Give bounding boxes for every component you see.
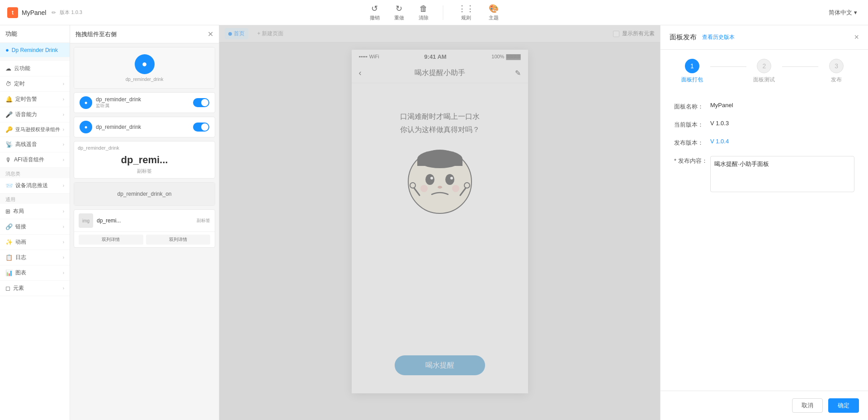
step-connector-1 <box>710 66 746 67</box>
toolbar-right: 简体中文 ▾ <box>825 7 861 19</box>
sidebar-item-alarm[interactable]: 🔔定时告警 › <box>0 92 70 107</box>
component-panel: 拖拽组件至右侧 ✕ ● dp_reminder_drink ● dp_remin… <box>70 25 219 420</box>
sidebar-item-afi[interactable]: 🎙AFI语音组件 › <box>0 152 70 168</box>
dp-reminder-icon: ● <box>5 47 9 53</box>
clear-icon: 🗑 <box>420 4 428 14</box>
general-divider: 通用 <box>0 193 70 204</box>
sidebar-item-dp-reminder[interactable]: ● Dp Reminder Drink <box>0 43 70 57</box>
step-pack-label: 面板打包 <box>681 76 703 84</box>
publish-panel: 面板发布 查看历史版本 × 1 面板打包 2 面板测试 <box>660 25 868 420</box>
theme-label: 主题 <box>489 14 499 21</box>
cancel-button[interactable]: 取消 <box>792 398 823 413</box>
step-connector-2 <box>782 66 818 67</box>
top-bar: t MyPanel ✏ 版本 1.0.3 ↺ 撤销 ↻ 重做 🗑 清除 ⋮⋮ 规… <box>0 0 868 25</box>
app-logo: t MyPanel ✏ 版本 1.0.3 <box>7 7 82 18</box>
sidebar-item-chart[interactable]: 📊图表 › <box>0 265 70 281</box>
comp-card-big[interactable]: dp_reminder_drink dp_remi... 副标签 <box>74 141 215 179</box>
step-publish: 3 发布 <box>818 59 854 84</box>
confirm-button[interactable]: 确定 <box>828 398 859 413</box>
sidebar-item-highline[interactable]: 📡高线遥音 › <box>0 137 70 152</box>
form-publish-version-label: 发布版本： <box>674 138 710 147</box>
toolbar: ↺ 撤销 ↻ 重做 🗑 清除 ⋮⋮ 规则 🎨 主题 <box>370 4 499 21</box>
sidebar-item-msg-push[interactable]: 📨设备消息推送 › <box>0 178 70 193</box>
comp-card-toggle2[interactable]: ● dp_reminder_drink <box>74 117 215 137</box>
comp-card-icon[interactable]: ● dp_reminder_drink <box>74 47 215 89</box>
publish-header: 面板发布 查看历史版本 × <box>660 25 868 50</box>
sidebar-item-element[interactable]: ◻元素 › <box>0 281 70 296</box>
sidebar-item-log[interactable]: 📋日志 › <box>0 250 70 265</box>
rules-icon: ⋮⋮ <box>458 4 474 14</box>
sidebar-header: 功能 <box>0 25 70 43</box>
msg-divider: 消息类 <box>0 168 70 178</box>
undo-button[interactable]: ↺ 撤销 <box>370 4 380 21</box>
step-publish-label: 发布 <box>831 76 842 84</box>
redo-button[interactable]: ↻ 重做 <box>394 4 404 21</box>
steps-bar: 1 面板打包 2 面板测试 3 发布 <box>660 50 868 93</box>
left-sidebar: 功能 ● Dp Reminder Drink ☁云功能 ⏱定时 › 🔔定时告警 … <box>0 25 70 420</box>
overlay <box>219 25 660 420</box>
comp-card-toggle1[interactable]: ● dp_reminder_drink 监听属 <box>74 92 215 113</box>
comp-card-row3[interactable]: img dp_remi... 副标签 双列详情 双列详情 <box>74 209 215 248</box>
component-panel-content: ● dp_reminder_drink ● dp_reminder_drink … <box>70 43 219 420</box>
step-pack-circle: 1 <box>685 59 699 73</box>
main-area: 功能 ● Dp Reminder Drink ☁云功能 ⏱定时 › 🔔定时告警 … <box>0 25 868 420</box>
redo-label: 重做 <box>394 14 404 21</box>
step-test-label: 面板测试 <box>753 76 775 84</box>
form-content-textarea[interactable] <box>710 156 854 192</box>
publish-title-row: 面板发布 查看历史版本 <box>670 33 735 42</box>
form-content-label: * 发布内容： <box>674 156 710 165</box>
logo-icon: t <box>7 7 18 18</box>
theme-button[interactable]: 🎨 主题 <box>489 4 499 21</box>
theme-icon: 🎨 <box>489 4 499 14</box>
sidebar-item-animation[interactable]: ✨动画 › <box>0 235 70 250</box>
rules-button[interactable]: ⋮⋮ 规则 <box>458 4 474 21</box>
component-panel-close[interactable]: ✕ <box>208 30 213 38</box>
step-test-circle: 2 <box>757 59 771 73</box>
step-test-number: 2 <box>763 62 766 70</box>
sidebar-item-amazon[interactable]: 🔑亚马逊授权登录组件 › <box>0 123 70 137</box>
clear-button[interactable]: 🗑 清除 <box>419 4 429 21</box>
step-publish-number: 3 <box>835 62 838 70</box>
step-pack: 1 面板打包 <box>674 59 710 84</box>
sidebar-item-layout[interactable]: ⊞布局 › <box>0 204 70 219</box>
form-version-value: V 1.0.3 <box>710 120 729 127</box>
sidebar-item-voice[interactable]: 🎤语音能力 › <box>0 107 70 123</box>
cloud-section <box>0 57 70 61</box>
clear-label: 清除 <box>419 14 429 21</box>
form-row-name: 面板名称： MyPanel <box>674 102 854 111</box>
form-row-version: 当前版本： V 1.0.3 <box>674 120 854 129</box>
form-name-value: MyPanel <box>710 102 733 109</box>
sidebar-dp-label: Dp Reminder Drink <box>12 47 58 53</box>
app-edit-icon[interactable]: ✏ <box>52 9 56 16</box>
lang-arrow-icon: ▾ <box>854 9 857 16</box>
undo-icon: ↺ <box>371 4 378 14</box>
publish-history-link[interactable]: 查看历史版本 <box>702 33 735 41</box>
form-name-label: 面板名称： <box>674 102 710 111</box>
publish-title: 面板发布 <box>670 33 697 42</box>
rules-label: 规则 <box>461 14 471 21</box>
step-publish-circle: 3 <box>829 59 844 73</box>
form-row-content: * 发布内容： <box>674 156 854 192</box>
publish-footer: 取消 确定 <box>660 391 868 420</box>
step-pack-number: 1 <box>690 62 694 70</box>
publish-form: 面板名称： MyPanel 当前版本： V 1.0.3 发布版本： V 1.0.… <box>660 93 868 391</box>
redo-icon: ↻ <box>396 4 402 14</box>
lang-label: 简体中文 <box>829 9 852 17</box>
component-panel-header: 拖拽组件至右侧 ✕ <box>70 25 219 43</box>
language-selector[interactable]: 简体中文 ▾ <box>825 7 861 19</box>
undo-label: 撤销 <box>370 14 380 21</box>
sidebar-item-timer[interactable]: ⏱定时 › <box>0 76 70 92</box>
sidebar-item-left: ● Dp Reminder Drink <box>5 47 58 53</box>
sidebar-item-link[interactable]: 🔗链接 › <box>0 219 70 235</box>
sidebar-item-cloud[interactable]: ☁云功能 <box>0 61 70 76</box>
app-title: MyPanel <box>22 9 46 16</box>
component-panel-title: 拖拽组件至右侧 <box>75 30 117 38</box>
form-version-label: 当前版本： <box>674 120 710 129</box>
publish-close-button[interactable]: × <box>854 33 859 42</box>
app-version: 版本 1.0.3 <box>60 9 82 16</box>
form-publish-version-value: V 1.0.4 <box>710 138 729 145</box>
form-row-publish-version: 发布版本： V 1.0.4 <box>674 138 854 147</box>
preview-area: 首页 + 新建页面 显示所有元素 ••••• WiFi 9:41 AM 100% <box>219 25 660 420</box>
step-test: 2 面板测试 <box>746 59 783 84</box>
comp-card-title[interactable]: dp_reminder_drink_on <box>74 182 215 206</box>
